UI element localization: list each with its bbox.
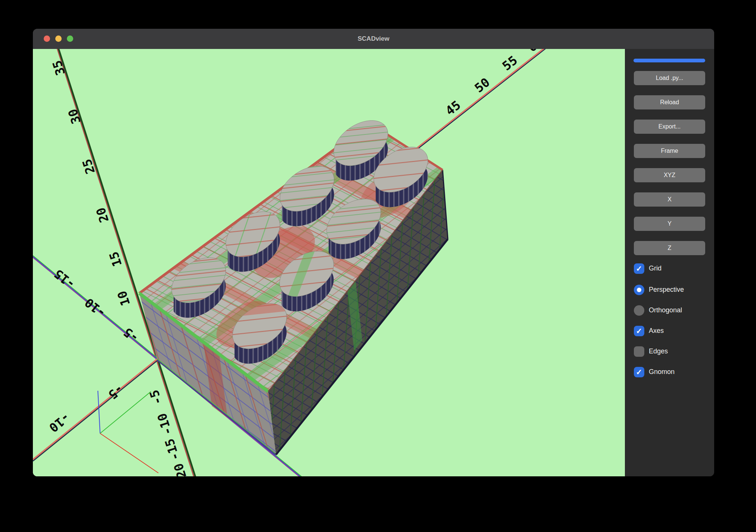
x-view-button[interactable]: X (634, 192, 705, 207)
orthogonal-radio[interactable] (634, 305, 644, 316)
frame-button[interactable]: Frame (634, 144, 705, 158)
y-view-button[interactable]: Y (634, 217, 705, 231)
scene-canvas[interactable]: 35 30 25 20 15 10 -5 -10 -15 -20 -15 -10… (33, 49, 625, 476)
perspective-radio[interactable] (634, 285, 644, 295)
axes-label: Axes (649, 327, 664, 335)
xyz-view-button[interactable]: XYZ (634, 168, 705, 182)
load-py-button[interactable]: Load .py... (634, 71, 705, 85)
app-window: SCADview (33, 29, 714, 476)
gnomon-label: Gnomon (649, 368, 675, 376)
gnomon-checkbox[interactable]: ✓ (634, 367, 644, 377)
edges-label: Edges (649, 347, 668, 355)
control-panel: Load .py... Reload Export... Frame XYZ X… (625, 49, 714, 476)
window-title: SCADview (33, 29, 714, 49)
progress-bar (633, 59, 705, 62)
perspective-label: Perspective (649, 286, 684, 294)
z-view-button[interactable]: Z (634, 241, 705, 255)
title-bar[interactable]: SCADview (33, 29, 714, 49)
grid-label: Grid (649, 265, 662, 272)
grid-checkbox[interactable]: ✓ (634, 263, 644, 274)
export-button[interactable]: Export... (634, 120, 705, 134)
orthogonal-label: Orthogonal (649, 306, 682, 314)
axes-checkbox[interactable]: ✓ (634, 326, 644, 336)
edges-checkbox[interactable] (634, 346, 644, 357)
reload-button[interactable]: Reload (634, 95, 705, 109)
viewport-3d[interactable]: 35 30 25 20 15 10 -5 -10 -15 -20 -15 -10… (33, 49, 625, 476)
